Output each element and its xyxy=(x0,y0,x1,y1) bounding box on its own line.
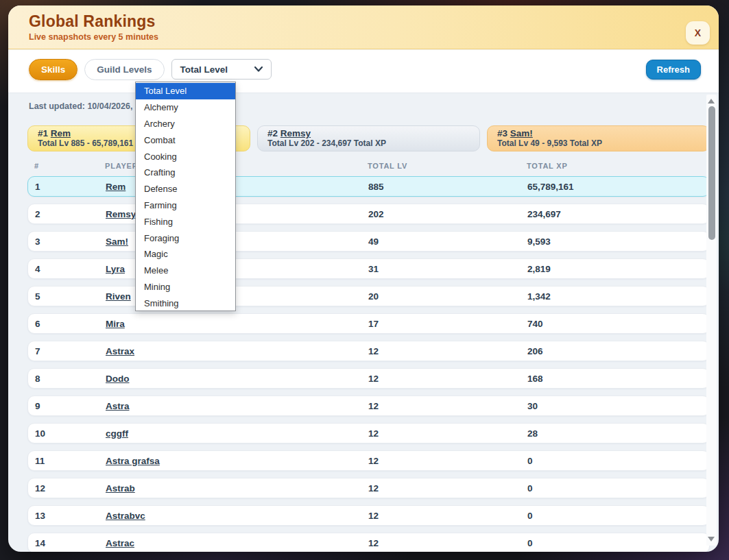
table-row[interactable]: 4 Lyra 31 2,819 xyxy=(27,258,710,279)
row-total-xp: 2,819 xyxy=(527,264,709,274)
row-rank: 1 xyxy=(35,182,106,192)
row-rank: 7 xyxy=(35,346,106,356)
player-link[interactable]: Astrab xyxy=(106,483,368,494)
podium-rank: #2 xyxy=(267,128,278,138)
skill-option[interactable]: Fishing xyxy=(136,213,235,230)
row-rank: 10 xyxy=(35,428,106,439)
podium-player-link[interactable]: Sam! xyxy=(510,128,533,138)
skill-option[interactable]: Melee xyxy=(136,263,235,279)
skill-option[interactable]: Magic xyxy=(136,246,235,263)
chevron-down-icon xyxy=(254,66,263,72)
row-total-lv: 12 xyxy=(368,401,527,411)
row-total-lv: 202 xyxy=(368,209,527,219)
scroll-down-arrow-icon[interactable] xyxy=(708,537,715,541)
table-rows: 1 Rem 885 65,789,161 2 Remsy 202 234,697… xyxy=(27,176,710,552)
global-rankings-modal: Global Rankings Live snapshots every 5 m… xyxy=(8,5,719,552)
col-rank: # xyxy=(34,162,105,170)
page-title: Global Rankings xyxy=(29,12,719,31)
table-row[interactable]: 3 Sam! 49 9,593 xyxy=(27,231,710,252)
player-link[interactable]: Dodo xyxy=(106,374,368,384)
col-total-xp: TOTAL XP xyxy=(527,162,710,170)
table-row[interactable]: 9 Astra 12 30 xyxy=(27,395,710,416)
skill-option[interactable]: Smithing xyxy=(136,295,235,311)
row-total-lv: 49 xyxy=(368,236,527,247)
table-row[interactable]: 10 cggff 12 28 xyxy=(27,423,710,443)
player-link[interactable]: Astrax xyxy=(106,346,368,356)
table-row[interactable]: 7 Astrax 12 206 xyxy=(27,341,710,361)
table-row[interactable]: 8 Dodo 12 168 xyxy=(27,368,710,389)
skill-option[interactable]: Defense xyxy=(136,181,235,197)
table-row[interactable]: 6 Mira 17 740 xyxy=(27,313,710,334)
table-header: # PLAYER TOTAL LV TOTAL XP xyxy=(27,162,710,170)
row-total-xp: 0 xyxy=(527,511,709,521)
scrollbar-thumb[interactable] xyxy=(708,106,715,240)
refresh-button[interactable]: Refresh xyxy=(646,60,701,80)
scrollbar[interactable] xyxy=(706,95,717,546)
podium-rank: #1 xyxy=(38,128,48,138)
close-button[interactable]: X xyxy=(686,21,710,45)
player-link[interactable]: Astra grafsa xyxy=(106,456,368,466)
row-total-xp: 9,593 xyxy=(527,236,709,247)
row-total-xp: 1,342 xyxy=(527,291,709,302)
row-total-xp: 0 xyxy=(527,483,709,494)
toolbar: Skills Guild Levels Total Level Refresh xyxy=(8,50,719,93)
skill-select[interactable]: Total Level xyxy=(171,59,272,80)
last-updated-text: Last updated: 10/04/2026, 20:20 xyxy=(29,101,719,111)
skill-dropdown-menu: Total Level Alchemy Archery Combat Cooki… xyxy=(135,82,236,311)
row-total-lv: 12 xyxy=(368,511,527,521)
player-link[interactable]: Astra xyxy=(106,401,368,411)
podium-card-3: #3 Sam! Total Lv 49 - 9,593 Total XP xyxy=(487,125,710,151)
tab-guild-levels[interactable]: Guild Levels xyxy=(84,59,164,80)
player-link[interactable]: cggff xyxy=(106,428,368,439)
podium-detail: Total Lv 49 - 9,593 Total XP xyxy=(497,138,709,148)
row-total-xp: 0 xyxy=(527,456,709,466)
skill-select-value: Total Level xyxy=(180,64,228,75)
skill-option[interactable]: Foraging xyxy=(136,230,235,246)
row-total-xp: 0 xyxy=(527,538,709,548)
table-row[interactable]: 14 Astrac 12 0 xyxy=(27,533,710,552)
table-row[interactable]: 13 Astrabvc 12 0 xyxy=(27,505,710,526)
row-total-xp: 740 xyxy=(527,319,709,329)
row-total-xp: 28 xyxy=(527,428,709,439)
page-subtitle: Live snapshots every 5 minutes xyxy=(29,32,719,42)
rankings-content: Last updated: 10/04/2026, 20:20 #1 Rem T… xyxy=(8,93,719,552)
skill-option[interactable]: Mining xyxy=(136,279,235,295)
row-total-lv: 12 xyxy=(368,428,527,439)
podium: #1 Rem Total Lv 885 - 65,789,161 Total X… xyxy=(27,125,710,151)
row-total-lv: 12 xyxy=(368,374,527,384)
row-rank: 14 xyxy=(35,538,106,548)
row-rank: 2 xyxy=(35,209,106,219)
skill-option[interactable]: Crafting xyxy=(136,165,235,181)
row-total-xp: 234,697 xyxy=(527,209,709,219)
table-row[interactable]: 5 Riven 20 1,342 xyxy=(27,286,710,306)
skill-option[interactable]: Archery xyxy=(136,116,235,132)
skill-option[interactable]: Cooking xyxy=(136,148,235,165)
podium-player-link[interactable]: Rem xyxy=(51,128,71,138)
row-total-lv: 12 xyxy=(368,483,527,494)
row-total-lv: 17 xyxy=(368,319,527,329)
table-row[interactable]: 2 Remsy 202 234,697 xyxy=(27,204,710,224)
podium-card-2: #2 Remsy Total Lv 202 - 234,697 Total XP xyxy=(257,125,480,151)
row-total-lv: 20 xyxy=(368,291,527,302)
row-total-lv: 885 xyxy=(368,182,527,192)
row-rank: 6 xyxy=(35,319,106,329)
skill-option[interactable]: Total Level xyxy=(136,83,235,99)
row-rank: 13 xyxy=(35,511,106,521)
player-link[interactable]: Astrabvc xyxy=(106,511,368,521)
row-total-xp: 168 xyxy=(527,374,709,384)
skill-option[interactable]: Alchemy xyxy=(136,99,235,116)
tab-skills[interactable]: Skills xyxy=(29,59,77,80)
skill-option[interactable]: Farming xyxy=(136,197,235,214)
podium-detail: Total Lv 202 - 234,697 Total XP xyxy=(267,138,479,148)
podium-player-link[interactable]: Remsy xyxy=(280,128,311,138)
table-row[interactable]: 12 Astrab 12 0 xyxy=(27,478,710,498)
player-link[interactable]: Astrac xyxy=(106,538,368,548)
podium-rank: #3 xyxy=(497,128,507,138)
row-rank: 8 xyxy=(35,374,106,384)
table-row[interactable]: 11 Astra grafsa 12 0 xyxy=(27,450,710,471)
table-row[interactable]: 1 Rem 885 65,789,161 xyxy=(27,176,710,197)
scroll-up-arrow-icon[interactable] xyxy=(708,99,715,104)
skill-option[interactable]: Combat xyxy=(136,132,235,148)
player-link[interactable]: Mira xyxy=(106,319,368,329)
row-rank: 3 xyxy=(35,236,106,247)
